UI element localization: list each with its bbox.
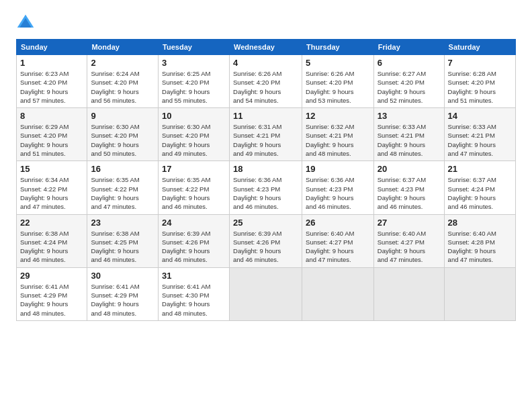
calendar-header-tuesday: Tuesday [159,40,230,55]
day-info: Sunrise: 6:41 AM Sunset: 4:30 PM Dayligh… [162,282,226,318]
day-info: Sunrise: 6:41 AM Sunset: 4:29 PM Dayligh… [20,282,83,318]
logo-icon [16,13,35,32]
calendar-cell: 17Sunrise: 6:35 AM Sunset: 4:22 PM Dayli… [159,161,230,214]
day-info: Sunrise: 6:40 AM Sunset: 4:27 PM Dayligh… [306,229,370,265]
calendar-cell: 4Sunrise: 6:26 AM Sunset: 4:20 PM Daylig… [230,55,302,108]
calendar-cell [444,267,515,320]
calendar-cell: 18Sunrise: 6:36 AM Sunset: 4:23 PM Dayli… [230,161,302,214]
day-info: Sunrise: 6:26 AM Sunset: 4:20 PM Dayligh… [306,69,370,105]
day-info: Sunrise: 6:32 AM Sunset: 4:21 PM Dayligh… [306,122,370,158]
day-info: Sunrise: 6:29 AM Sunset: 4:20 PM Dayligh… [20,122,83,158]
day-info: Sunrise: 6:33 AM Sunset: 4:21 PM Dayligh… [448,122,512,158]
day-info: Sunrise: 6:28 AM Sunset: 4:20 PM Dayligh… [448,69,512,105]
calendar-cell: 15Sunrise: 6:34 AM Sunset: 4:22 PM Dayli… [17,161,87,214]
day-number: 13 [378,111,441,121]
calendar-week-1: 1Sunrise: 6:23 AM Sunset: 4:20 PM Daylig… [17,55,516,108]
day-number: 20 [378,164,441,174]
day-info: Sunrise: 6:31 AM Sunset: 4:21 PM Dayligh… [233,122,298,158]
day-number: 12 [306,111,370,121]
day-number: 17 [162,164,226,174]
day-info: Sunrise: 6:35 AM Sunset: 4:22 PM Dayligh… [162,175,226,211]
day-info: Sunrise: 6:39 AM Sunset: 4:26 PM Dayligh… [162,229,226,265]
calendar-cell: 14Sunrise: 6:33 AM Sunset: 4:21 PM Dayli… [444,108,515,161]
day-number: 22 [20,218,83,228]
calendar-header-wednesday: Wednesday [230,40,302,55]
day-info: Sunrise: 6:40 AM Sunset: 4:28 PM Dayligh… [448,229,512,265]
calendar-header-monday: Monday [87,40,159,55]
day-info: Sunrise: 6:38 AM Sunset: 4:25 PM Dayligh… [91,229,154,265]
header [16,13,516,32]
day-info: Sunrise: 6:41 AM Sunset: 4:29 PM Dayligh… [91,282,154,318]
calendar-week-4: 22Sunrise: 6:38 AM Sunset: 4:24 PM Dayli… [17,214,516,267]
calendar-cell [373,267,444,320]
day-number: 30 [91,271,154,281]
calendar-cell: 24Sunrise: 6:39 AM Sunset: 4:26 PM Dayli… [159,214,230,267]
calendar-cell: 10Sunrise: 6:30 AM Sunset: 4:20 PM Dayli… [159,108,230,161]
day-info: Sunrise: 6:40 AM Sunset: 4:27 PM Dayligh… [378,229,441,265]
day-number: 2 [91,58,154,68]
calendar-cell: 23Sunrise: 6:38 AM Sunset: 4:25 PM Dayli… [87,214,159,267]
day-number: 28 [448,218,512,228]
calendar-cell: 22Sunrise: 6:38 AM Sunset: 4:24 PM Dayli… [17,214,87,267]
day-number: 26 [306,218,370,228]
day-number: 18 [233,164,298,174]
calendar-cell: 9Sunrise: 6:30 AM Sunset: 4:20 PM Daylig… [87,108,159,161]
day-info: Sunrise: 6:27 AM Sunset: 4:20 PM Dayligh… [378,69,441,105]
calendar-cell: 28Sunrise: 6:40 AM Sunset: 4:28 PM Dayli… [444,214,515,267]
calendar-cell: 7Sunrise: 6:28 AM Sunset: 4:20 PM Daylig… [444,55,515,108]
calendar-cell: 8Sunrise: 6:29 AM Sunset: 4:20 PM Daylig… [17,108,87,161]
day-number: 4 [233,58,298,68]
day-info: Sunrise: 6:33 AM Sunset: 4:21 PM Dayligh… [378,122,441,158]
day-info: Sunrise: 6:23 AM Sunset: 4:20 PM Dayligh… [20,69,83,105]
day-number: 5 [306,58,370,68]
calendar-cell [230,267,302,320]
day-number: 19 [306,164,370,174]
page: SundayMondayTuesdayWednesdayThursdayFrid… [0,0,532,411]
day-number: 1 [20,58,83,68]
calendar-cell: 3Sunrise: 6:25 AM Sunset: 4:20 PM Daylig… [159,55,230,108]
day-info: Sunrise: 6:37 AM Sunset: 4:24 PM Dayligh… [448,175,512,211]
calendar-header-thursday: Thursday [302,40,374,55]
day-number: 15 [20,164,83,174]
day-number: 29 [20,271,83,281]
day-number: 27 [378,218,441,228]
day-number: 6 [378,58,441,68]
calendar-header-sunday: Sunday [17,40,87,55]
day-info: Sunrise: 6:24 AM Sunset: 4:20 PM Dayligh… [91,69,154,105]
calendar-cell: 16Sunrise: 6:35 AM Sunset: 4:22 PM Dayli… [87,161,159,214]
calendar-week-2: 8Sunrise: 6:29 AM Sunset: 4:20 PM Daylig… [17,108,516,161]
day-number: 10 [162,111,226,121]
calendar-cell: 31Sunrise: 6:41 AM Sunset: 4:30 PM Dayli… [159,267,230,320]
calendar-cell: 12Sunrise: 6:32 AM Sunset: 4:21 PM Dayli… [302,108,374,161]
day-info: Sunrise: 6:34 AM Sunset: 4:22 PM Dayligh… [20,175,83,211]
day-number: 7 [448,58,512,68]
calendar-cell: 29Sunrise: 6:41 AM Sunset: 4:29 PM Dayli… [17,267,87,320]
calendar-cell: 30Sunrise: 6:41 AM Sunset: 4:29 PM Dayli… [87,267,159,320]
calendar-cell: 26Sunrise: 6:40 AM Sunset: 4:27 PM Dayli… [302,214,374,267]
calendar-cell: 5Sunrise: 6:26 AM Sunset: 4:20 PM Daylig… [302,55,374,108]
day-info: Sunrise: 6:36 AM Sunset: 4:23 PM Dayligh… [233,175,298,211]
day-info: Sunrise: 6:38 AM Sunset: 4:24 PM Dayligh… [20,229,83,265]
calendar-header-friday: Friday [373,40,444,55]
day-info: Sunrise: 6:39 AM Sunset: 4:26 PM Dayligh… [233,229,298,265]
day-number: 25 [233,218,298,228]
day-number: 3 [162,58,226,68]
calendar-cell [302,267,374,320]
day-info: Sunrise: 6:30 AM Sunset: 4:20 PM Dayligh… [91,122,154,158]
calendar-cell: 21Sunrise: 6:37 AM Sunset: 4:24 PM Dayli… [444,161,515,214]
day-number: 11 [233,111,298,121]
calendar-cell: 6Sunrise: 6:27 AM Sunset: 4:20 PM Daylig… [373,55,444,108]
day-info: Sunrise: 6:25 AM Sunset: 4:20 PM Dayligh… [162,69,226,105]
day-number: 9 [91,111,154,121]
day-info: Sunrise: 6:36 AM Sunset: 4:23 PM Dayligh… [306,175,370,211]
calendar-cell: 20Sunrise: 6:37 AM Sunset: 4:23 PM Dayli… [373,161,444,214]
day-number: 31 [162,271,226,281]
logo [16,13,38,32]
day-number: 23 [91,218,154,228]
day-number: 16 [91,164,154,174]
calendar-table: SundayMondayTuesdayWednesdayThursdayFrid… [16,39,516,321]
calendar-cell: 11Sunrise: 6:31 AM Sunset: 4:21 PM Dayli… [230,108,302,161]
calendar-cell: 1Sunrise: 6:23 AM Sunset: 4:20 PM Daylig… [17,55,87,108]
calendar-cell: 25Sunrise: 6:39 AM Sunset: 4:26 PM Dayli… [230,214,302,267]
calendar-header-saturday: Saturday [444,40,515,55]
